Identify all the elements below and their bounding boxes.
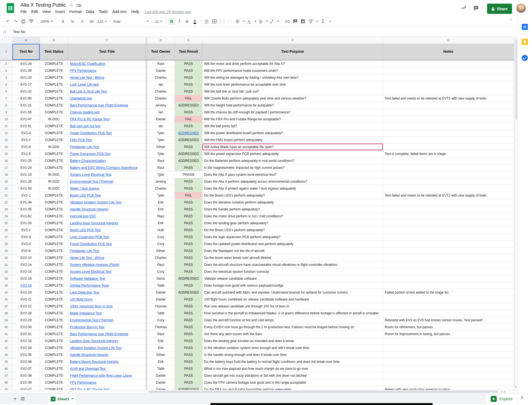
row-header-20[interactable]: 20	[0, 185, 12, 192]
cell-b9[interactable]: COMPLETE	[40, 109, 68, 116]
cell-link[interactable]: System Level Electrical Test	[70, 173, 111, 177]
cell-c17[interactable]: Battery and ESC Wiring Compass Interefen…	[68, 164, 146, 171]
cell-g28[interactable]	[383, 241, 514, 248]
cell-b31[interactable]: COMPLETE	[40, 261, 68, 268]
cell-g23[interactable]	[383, 206, 514, 213]
row-header-26[interactable]: 26	[0, 227, 12, 234]
cell-b20[interactable]: IN DOC	[40, 185, 68, 192]
cell-b41[interactable]: COMPLETE	[40, 331, 68, 338]
cell-c11[interactable]: Ball joint pull out test	[68, 123, 146, 130]
cell-a32[interactable]: EV2-15	[12, 268, 40, 275]
cell-g27[interactable]	[383, 234, 514, 241]
cell-d49[interactable]: Daniel	[147, 386, 175, 390]
cell-b28[interactable]: COMPLETE	[40, 241, 68, 248]
cell-a24[interactable]: EV1-62	[12, 213, 40, 220]
cell-f20[interactable]: Does the Alta X protect agains water / d…	[202, 185, 383, 192]
row-header-28[interactable]: 28	[0, 241, 12, 248]
cell-a5[interactable]: EV1-17	[12, 81, 40, 88]
vertical-align-button[interactable]	[245, 18, 253, 25]
cell-f19[interactable]: Does the Alta X perform adequately acros…	[202, 178, 383, 185]
menu-item-add-ons[interactable]: Add-ons	[110, 9, 129, 14]
row-header-43[interactable]: 43	[0, 345, 12, 351]
cell-e10[interactable]: FAIL	[175, 116, 202, 123]
cell-e23[interactable]: PASS	[175, 206, 202, 213]
cell-f30[interactable]: Do the boom wires break over aircraft li…	[202, 254, 383, 261]
cell-f45[interactable]: Do the battery trays hold the battery in…	[202, 358, 383, 365]
cell-g49[interactable]: Retest with new production antenna locat…	[383, 386, 514, 390]
cell-c34[interactable]: Gimbal Performance Tests	[68, 282, 146, 289]
cell-g16[interactable]	[383, 157, 514, 164]
cell-b48[interactable]: COMPLETE	[40, 379, 68, 386]
cell-g29[interactable]	[383, 248, 514, 254]
cell-d9[interactable]: Ian	[147, 109, 175, 116]
row-header-30[interactable]: 30	[0, 254, 12, 261]
cell-b29[interactable]: COMPLETE	[40, 248, 68, 254]
cell-link[interactable]: System Level Electrical Test	[70, 270, 111, 274]
cell-link[interactable]: Software Validation Test	[70, 277, 105, 281]
cell-d14[interactable]: Ethan	[147, 144, 175, 151]
cell-c9[interactable]: Chassis loading test	[68, 109, 146, 116]
cell-c40[interactable]: Production Burn-in Test	[68, 324, 146, 331]
cell-d48[interactable]: Daniel	[147, 379, 175, 386]
cell-b5[interactable]: COMPLETE	[40, 81, 68, 88]
cell-f7[interactable]: Will Charlie Bolts perform adequately ov…	[202, 95, 383, 102]
cell-b38[interactable]: COMPLETE	[40, 310, 68, 317]
sheets-logo-icon[interactable]	[7, 3, 14, 13]
cell-e41[interactable]: PASS	[175, 331, 202, 338]
row-header-41[interactable]: 41	[0, 331, 12, 338]
cell-d29[interactable]: Ethan	[147, 248, 175, 254]
document-title[interactable]: Alta X Testing Public	[21, 2, 66, 8]
cell-link[interactable]: 100hr minumum Burn in time	[70, 304, 113, 308]
row-header-32[interactable]: 32	[0, 268, 12, 275]
cell-g44[interactable]	[383, 351, 514, 358]
keep-icon[interactable]	[522, 39, 528, 45]
cell-b32[interactable]: COMPLETE	[40, 268, 68, 275]
cell-link[interactable]: Chassis loading test	[70, 110, 100, 114]
cell-d41[interactable]: Raul	[147, 331, 175, 338]
cell-b49[interactable]: COMPLETE	[40, 386, 68, 390]
cell-g37[interactable]	[383, 303, 514, 310]
cell-c10[interactable]: FRX Pro & RC Range Test	[68, 116, 146, 123]
cell-a34[interactable]: EV2-19	[12, 282, 40, 289]
cell-a46[interactable]: EV2-37	[12, 365, 40, 372]
cell-link[interactable]: Flopdapter Life Test	[70, 145, 99, 149]
cell-link[interactable]: FRX Pro & RC Range Test	[70, 117, 109, 121]
cell-g40[interactable]: Room for refinement, but passes	[383, 324, 514, 331]
insert-comment-icon[interactable]	[292, 18, 299, 25]
cell-a3[interactable]: EV1-39	[12, 67, 40, 74]
cell-g21[interactable]: Test failed and needs to be retested at …	[383, 192, 514, 199]
cell-d44[interactable]: Ethan	[147, 351, 175, 358]
cell-c49[interactable]: FRX Pro & RC Range Test	[68, 386, 146, 390]
cell-d33[interactable]: Deniz	[147, 275, 175, 282]
cell-c41[interactable]: Baro Performance over Flight Envelope	[68, 331, 146, 338]
cell-f22[interactable]: Does the vibration isolation perform ade…	[202, 199, 383, 206]
cell-g34[interactable]	[383, 282, 514, 289]
cell-link[interactable]: Vibration Isolation System Life Test	[70, 346, 121, 350]
cell-link[interactable]: Battery and ESC Wiring Compass Interefen…	[70, 166, 138, 170]
chevron-down-icon[interactable]	[243, 21, 245, 22]
format-currency-button[interactable]: $	[59, 18, 67, 25]
cell-e45[interactable]: PASS	[175, 358, 202, 365]
cell-b42[interactable]: COMPLETE	[40, 338, 68, 345]
cell-d24[interactable]: Raul	[147, 213, 175, 220]
cell-d34[interactable]: Tabb	[147, 282, 175, 289]
cell-g45[interactable]	[383, 358, 514, 365]
cell-c21[interactable]: Boom LED PCB Test	[68, 192, 146, 199]
scroll-right-arrow-icon[interactable]: ▸	[505, 390, 506, 393]
vertical-scrollbar-thumb[interactable]	[515, 39, 517, 119]
cell-e28[interactable]: PASS	[175, 241, 202, 248]
increase-decimal-button[interactable]: .00	[87, 18, 96, 25]
row-header-6[interactable]: 6	[0, 88, 12, 95]
cell-g12[interactable]	[383, 130, 514, 137]
cell-b37[interactable]: COMPLETE	[40, 303, 68, 310]
row-header-10[interactable]: 10	[0, 116, 12, 123]
cell-g4[interactable]	[383, 74, 514, 81]
cell-a17[interactable]: EV1-24	[12, 164, 40, 171]
cell-e6[interactable]: PASS	[175, 88, 202, 95]
cell-f29[interactable]: Does the flopdapter run the life of airc…	[202, 248, 383, 254]
cell-b13[interactable]: COMPLETE	[40, 137, 68, 144]
row-header-1[interactable]: 1	[0, 44, 12, 60]
cell-c47[interactable]: Flight Performance with Ring Lever Loose	[68, 372, 146, 379]
cell-f41[interactable]: Are there any aero issues with the baro	[202, 331, 383, 338]
cell-f37[interactable]: Run one release candidate unit through 1…	[202, 303, 383, 310]
